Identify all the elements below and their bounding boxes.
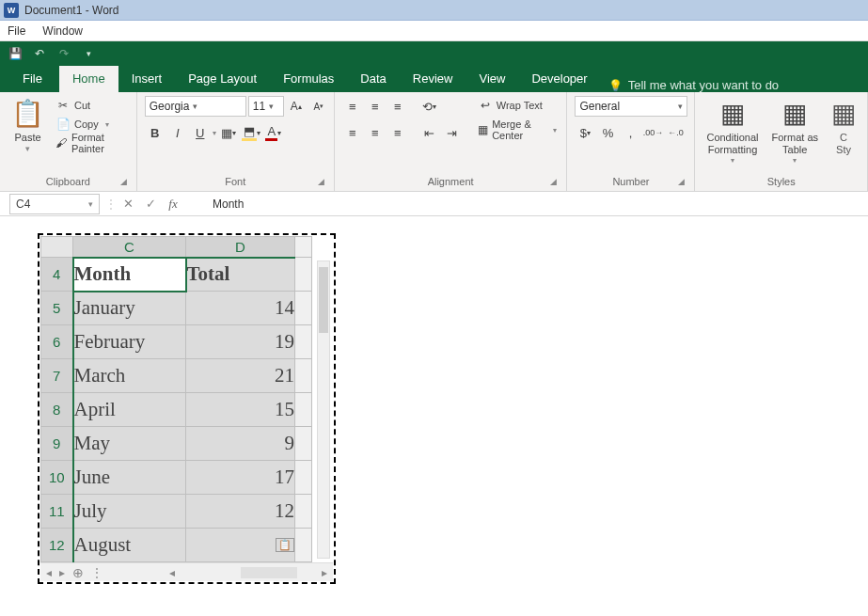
cell[interactable]: 14 [186, 292, 295, 325]
column-header-d[interactable]: D [186, 237, 295, 258]
wrap-text-button[interactable]: ↩Wrap Text [476, 96, 560, 115]
cut-button[interactable]: ✂Cut [54, 96, 129, 115]
scrollbar-thumb[interactable] [319, 267, 328, 333]
font-size-dropdown[interactable]: 11▾ [248, 96, 284, 117]
row-header[interactable]: 12 [41, 529, 73, 562]
cell[interactable]: Month [73, 258, 186, 292]
cell[interactable]: 17 [186, 461, 295, 495]
number-format-dropdown[interactable]: General▾ [575, 96, 687, 117]
font-color-button[interactable]: A▾ [263, 122, 284, 143]
row-header[interactable]: 5 [41, 292, 73, 325]
embedded-spreadsheet-object[interactable]: C D 4MonthTotal5January146February197Mar… [38, 233, 336, 584]
row-header[interactable]: 8 [41, 393, 73, 427]
font-name-dropdown[interactable]: Georgia▾ [145, 96, 246, 117]
increase-decimal-button[interactable]: .00→ [642, 122, 663, 143]
sheet-nav-prev-icon[interactable]: ◂ [46, 566, 52, 579]
chevron-down-icon[interactable]: ▾ [213, 129, 216, 137]
row-header[interactable]: 6 [41, 325, 73, 359]
tell-me-search[interactable]: 💡 Tell me what you want to do [608, 78, 779, 92]
tab-file[interactable]: File [15, 66, 59, 92]
hscroll-left-icon[interactable]: ◂ [169, 566, 175, 579]
decrease-decimal-button[interactable]: ←.0 [665, 122, 686, 143]
undo-icon[interactable]: ↶ [32, 46, 47, 61]
align-middle-button[interactable]: ≡ [365, 96, 386, 117]
hscroll-right-icon[interactable]: ▸ [322, 566, 327, 579]
cell[interactable]: February [73, 325, 186, 359]
fill-color-button[interactable]: ⬒▾ [241, 122, 261, 143]
tab-data[interactable]: Data [347, 66, 399, 92]
cell[interactable]: Total [186, 258, 295, 292]
smart-tag-icon[interactable]: 📋 [276, 538, 294, 552]
format-as-table-button[interactable]: ▦Format as Table▾ [767, 96, 822, 167]
row-header[interactable]: 11 [41, 495, 73, 529]
cell[interactable]: July [73, 495, 186, 529]
row-header[interactable]: 9 [41, 427, 73, 461]
align-top-button[interactable]: ≡ [342, 96, 363, 117]
cancel-formula-button[interactable]: ✕ [117, 197, 139, 211]
decrease-font-button[interactable]: A▾ [308, 96, 329, 117]
dialog-launcher-icon[interactable]: ◢ [550, 177, 557, 186]
row-header[interactable]: 10 [41, 461, 73, 495]
save-icon[interactable]: 💾 [8, 46, 23, 61]
increase-font-button[interactable]: A▴ [286, 96, 307, 117]
tab-home[interactable]: Home [59, 66, 118, 92]
decrease-indent-button[interactable]: ⇤ [419, 122, 440, 143]
row-header[interactable]: 4 [41, 258, 73, 292]
italic-button[interactable]: I [167, 122, 188, 143]
underline-button[interactable]: U [190, 122, 211, 143]
increase-indent-button[interactable]: ⇥ [442, 122, 463, 143]
enter-formula-button[interactable]: ✓ [139, 197, 162, 211]
cell[interactable]: 9 [186, 427, 295, 461]
column-header-c[interactable]: C [73, 237, 186, 258]
comma-button[interactable]: , [620, 122, 640, 143]
vertical-scrollbar[interactable] [317, 261, 330, 559]
tab-review[interactable]: Review [400, 66, 466, 92]
cell[interactable]: June [73, 461, 186, 495]
tab-view[interactable]: View [466, 66, 518, 92]
dialog-launcher-icon[interactable]: ◢ [318, 177, 324, 186]
format-painter-button[interactable]: 🖌Format Painter [54, 134, 129, 152]
cell[interactable]: April [73, 393, 186, 427]
percent-button[interactable]: % [597, 122, 618, 143]
cell[interactable]: 19 [186, 325, 295, 359]
align-bottom-button[interactable]: ≡ [387, 96, 408, 117]
row-header[interactable]: 7 [41, 359, 73, 393]
dialog-launcher-icon[interactable]: ◢ [120, 177, 127, 186]
align-left-button[interactable]: ≡ [342, 122, 363, 143]
cell[interactable]: 15 [186, 393, 295, 427]
align-center-button[interactable]: ≡ [365, 122, 386, 143]
bold-button[interactable]: B [145, 122, 166, 143]
name-box[interactable]: C4▾ [9, 194, 100, 214]
cell[interactable]: 21 [186, 359, 295, 393]
tab-page-layout[interactable]: Page Layout [175, 66, 270, 92]
cell[interactable]: January [73, 292, 186, 325]
tab-developer[interactable]: Developer [518, 66, 600, 92]
cell[interactable]: 📋 [186, 529, 295, 562]
cell-styles-button[interactable]: ▦C Sty [828, 96, 860, 158]
cell[interactable]: August [73, 529, 186, 562]
cell[interactable]: 12 [186, 495, 295, 529]
menu-window[interactable]: Window [42, 24, 83, 38]
worksheet-grid[interactable]: C D 4MonthTotal5January146February197Mar… [40, 236, 312, 562]
tab-insert[interactable]: Insert [118, 66, 176, 92]
qat-customize-icon[interactable]: ▾ [81, 46, 96, 61]
align-right-button[interactable]: ≡ [387, 122, 408, 143]
formula-value[interactable]: Month [213, 197, 244, 211]
horizontal-scrollbar[interactable] [241, 567, 297, 578]
copy-button[interactable]: 📄Copy▾ [54, 115, 129, 134]
menu-file[interactable]: File [8, 24, 25, 38]
accounting-format-button[interactable]: $▾ [575, 122, 595, 143]
conditional-formatting-button[interactable]: ▦Conditional Formatting▾ [702, 96, 762, 167]
tab-formulas[interactable]: Formulas [270, 66, 347, 92]
merge-center-button[interactable]: ▦Merge & Center▾ [476, 120, 560, 139]
insert-function-button[interactable]: fx [162, 197, 184, 212]
orientation-button[interactable]: ⟲▾ [419, 96, 440, 117]
cell[interactable]: March [73, 359, 186, 393]
paste-button[interactable]: 📋 Paste ▾ [8, 96, 48, 156]
sheet-nav-next-icon[interactable]: ▸ [59, 566, 65, 579]
borders-button[interactable]: ▦▾ [218, 122, 239, 143]
redo-icon[interactable]: ↷ [56, 46, 71, 61]
dialog-launcher-icon[interactable]: ◢ [678, 177, 685, 186]
cell[interactable]: May [73, 427, 186, 461]
select-all-corner[interactable] [41, 237, 73, 258]
